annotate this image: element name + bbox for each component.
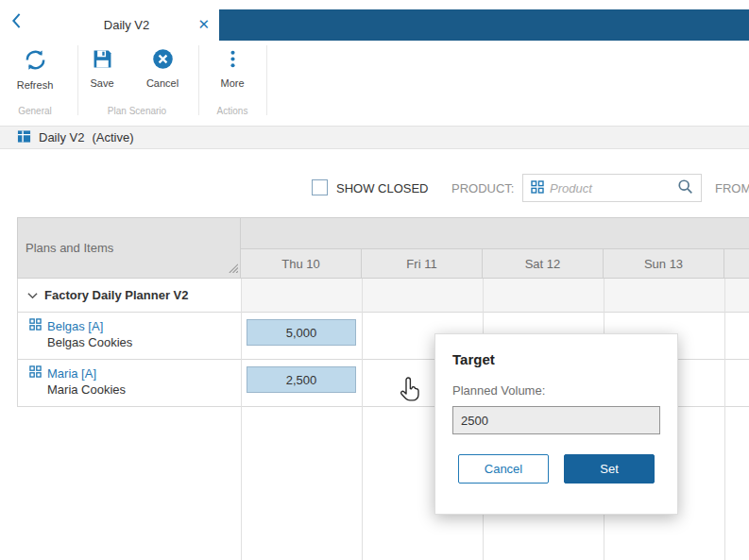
plan-title: Daily V2: [39, 130, 84, 144]
target-dialog: Target Planned Volume: Cancel Set: [434, 333, 678, 515]
group-row-toggle[interactable]: Factory Daily Planner V2: [17, 279, 241, 313]
chevron-down-icon: [27, 288, 38, 302]
product-subtitle: Maria Cookies: [47, 382, 241, 397]
product-subtitle: Belgas Cookies: [47, 335, 241, 349]
plan-cell-value[interactable]: 5,000: [247, 319, 356, 346]
dialog-set-button[interactable]: Set: [564, 454, 655, 484]
product-link[interactable]: Belgas [A]: [29, 318, 241, 333]
save-label: Save: [72, 77, 132, 89]
plan-title-bar: Daily V2 (Active): [0, 126, 749, 149]
corner-header-label: Plans and Items: [26, 241, 113, 255]
product-link[interactable]: Maria [A]: [29, 365, 241, 381]
show-closed-label: SHOW CLOSED: [336, 181, 429, 195]
planned-volume-input[interactable]: [452, 406, 660, 434]
planned-volume-label: Planned Volume:: [452, 383, 660, 398]
date-column-headers: Thu 10 Fri 11 Sat 12 Sun 13: [241, 248, 749, 279]
header-band: [241, 217, 749, 248]
save-button[interactable]: Save: [72, 47, 132, 89]
tab-daily-v2[interactable]: Daily V2 ✕: [34, 9, 219, 41]
title-bar-strip: [219, 9, 749, 41]
close-icon[interactable]: ✕: [197, 16, 210, 33]
more-label: More: [202, 77, 263, 89]
product-search-field[interactable]: [522, 174, 702, 202]
tab-title: Daily V2: [104, 18, 149, 32]
toolbar-group-general: General: [5, 106, 65, 116]
row-header-belgas: Belgas [A] Belgas Cookies: [17, 313, 241, 359]
toolbar-separator: [77, 45, 78, 115]
show-closed-checkbox[interactable]: [312, 179, 328, 195]
corner-header: Plans and Items: [17, 217, 241, 279]
grid-line: [362, 279, 363, 560]
column-header-partial: [724, 249, 749, 278]
grid-line: [724, 279, 725, 560]
product-icon: [29, 365, 42, 381]
cancel-icon: [151, 59, 175, 74]
dialog-title: Target: [452, 351, 660, 367]
column-header-sun13[interactable]: Sun 13: [604, 249, 724, 278]
back-icon[interactable]: [8, 12, 25, 29]
product-icon: [29, 318, 42, 333]
cancel-label: Cancel: [132, 77, 193, 89]
product-name: Maria [A]: [47, 366, 96, 381]
search-icon[interactable]: [677, 178, 693, 197]
save-icon: [91, 59, 114, 74]
more-button[interactable]: More: [202, 47, 263, 89]
group-row: Factory Daily Planner V2: [17, 279, 749, 313]
cancel-button[interactable]: Cancel: [132, 47, 193, 89]
toolbar-separator: [198, 45, 199, 115]
product-filter-label: PRODUCT:: [451, 181, 514, 195]
toolbar-group-actions: Actions: [202, 106, 263, 116]
toolbar-group-plan-scenario: Plan Scenario: [79, 106, 195, 116]
grid-line: [241, 279, 242, 560]
row-header-maria: Maria [A] Maria Cookies: [17, 360, 241, 406]
column-header-fri11[interactable]: Fri 11: [362, 249, 483, 278]
more-icon: [221, 59, 245, 74]
group-row-cells: [241, 279, 749, 313]
refresh-button[interactable]: Refresh: [5, 47, 65, 91]
product-name: Belgas [A]: [47, 319, 103, 333]
dialog-cancel-button[interactable]: Cancel: [458, 454, 549, 484]
column-header-sat12[interactable]: Sat 12: [483, 249, 604, 278]
from-filter-label: FROM: [715, 181, 749, 195]
resize-handle-icon[interactable]: [228, 262, 238, 276]
app-window: Daily V2 ✕ Refresh Save: [0, 0, 749, 560]
group-row-label: Factory Daily Planner V2: [44, 288, 188, 302]
refresh-label: Refresh: [5, 79, 65, 91]
dialog-buttons: Cancel Set: [452, 454, 660, 484]
plan-icon: [17, 129, 31, 146]
toolbar-separator: [266, 45, 267, 115]
column-header-thu10[interactable]: Thu 10: [241, 249, 362, 278]
product-search-input[interactable]: [550, 181, 672, 195]
product-icon: [531, 180, 544, 196]
plan-status: (Active): [92, 130, 133, 144]
plan-cell-value[interactable]: 2,500: [247, 366, 356, 393]
refresh-icon: [23, 61, 48, 76]
